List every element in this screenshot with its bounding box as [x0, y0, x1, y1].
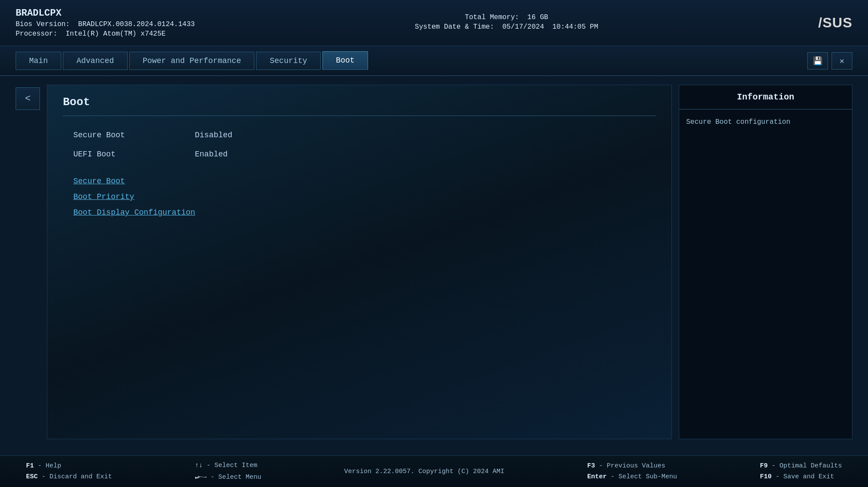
tab-security[interactable]: Security [256, 52, 320, 70]
tab-power-and-performance[interactable]: Power and Performance [129, 52, 255, 70]
footer-col-3: Version 2.22.0057. Copyright (C) 2024 AM… [344, 468, 504, 475]
back-button[interactable]: < [16, 87, 40, 110]
version-text: Version 2.22.0057. Copyright (C) 2024 AM… [344, 468, 504, 475]
boot-title: Boot [63, 96, 656, 109]
header-right: /SUS [818, 15, 852, 31]
footer-f1: F1 - Help [26, 462, 112, 470]
secure-boot-row: Secure Boot Disabled [63, 126, 656, 144]
footer-col-1: F1 - Help ESC - Discard and Exit [26, 462, 112, 480]
close-button[interactable]: ✕ [832, 52, 852, 70]
footer-f3: F3 - Previous Values [587, 462, 677, 470]
boot-panel: Boot Secure Boot Disabled UEFI Boot Enab… [47, 85, 672, 439]
footer-col-2: ↑↓ - Select Item ↵←→ - Select Menu [195, 462, 261, 481]
datetime-label: System Date & Time: [415, 23, 494, 31]
bios-value: BRADLCPX.0038.2024.0124.1433 [78, 20, 195, 28]
header: BRADLCPX Bios Version: BRADLCPX.0038.202… [0, 0, 868, 46]
f10-key: F10 [760, 473, 772, 480]
tab-main[interactable]: Main [16, 52, 61, 70]
uefi-boot-label: UEFI Boot [73, 150, 195, 159]
f10-desc: - Save and Exit [776, 473, 834, 480]
close-icon: ✕ [840, 56, 845, 66]
menu-nav-key: ↵←→ [195, 474, 207, 481]
boot-divider [63, 116, 656, 116]
secure-boot-link[interactable]: Secure Boot [73, 173, 656, 189]
f9-key: F9 [760, 462, 768, 470]
enter-desc: - Select Sub-Menu [611, 473, 677, 480]
processor-info: Processor: Intel(R) Atom(TM) x7425E [16, 30, 195, 38]
f3-desc: - Previous Values [599, 462, 665, 470]
footer-col-5: F9 - Optimal Defaults F10 - Save and Exi… [760, 462, 842, 480]
memory-value: 16 GB [527, 13, 548, 21]
footer-menu-nav: ↵←→ - Select Menu [195, 473, 261, 481]
save-icon: 💾 [813, 56, 822, 66]
hostname: BRADLCPX [16, 8, 195, 19]
asus-logo: /SUS [818, 15, 852, 31]
info-content: Secure Boot configuration [679, 109, 852, 439]
content-area: < Boot Secure Boot Disabled UEFI Boot En… [0, 76, 868, 448]
esc-key: ESC [26, 473, 38, 480]
memory-info: Total Memory: 16 GB [415, 13, 598, 21]
datetime-info: System Date & Time: 05/17/2024 10:44:05 … [415, 23, 598, 31]
footer-enter: Enter - Select Sub-Menu [587, 473, 677, 480]
tab-boot[interactable]: Boot [322, 51, 368, 70]
footer-esc: ESC - Discard and Exit [26, 473, 112, 480]
f9-desc: - Optimal Defaults [772, 462, 842, 470]
bios-info: Bios Version: BRADLCPX.0038.2024.0124.14… [16, 20, 195, 28]
arrows-desc: - Select Item [207, 462, 257, 469]
secure-boot-label: Secure Boot [73, 131, 195, 139]
header-left: BRADLCPX Bios Version: BRADLCPX.0038.202… [16, 8, 195, 38]
esc-desc: - Discard and Exit [42, 473, 112, 480]
submenu-links: Secure Boot Boot Priority Boot Display C… [63, 173, 656, 220]
boot-priority-link[interactable]: Boot Priority [73, 189, 656, 205]
processor-value: Intel(R) Atom(TM) x7425E [66, 30, 165, 38]
footer-f9: F9 - Optimal Defaults [760, 462, 842, 470]
navigation-bar: Main Advanced Power and Performance Secu… [0, 46, 868, 76]
uefi-boot-row: UEFI Boot Enabled [63, 146, 656, 163]
boot-display-config-link[interactable]: Boot Display Configuration [73, 205, 656, 220]
datetime-date: 05/17/2024 [502, 23, 544, 31]
save-button[interactable]: 💾 [807, 52, 828, 70]
bios-label: Bios Version: [16, 20, 70, 28]
footer-col-4: F3 - Previous Values Enter - Select Sub-… [587, 462, 677, 480]
f1-desc: - Help [38, 462, 61, 470]
info-title: Information [679, 85, 852, 109]
header-center: Total Memory: 16 GB System Date & Time: … [415, 13, 598, 33]
arrows-key: ↑↓ [195, 462, 203, 469]
tab-advanced[interactable]: Advanced [63, 52, 127, 70]
info-panel: Information Secure Boot configuration [679, 85, 852, 439]
f1-key: F1 [26, 462, 34, 470]
footer-arrows: ↑↓ - Select Item [195, 462, 261, 469]
processor-label: Processor: [16, 30, 57, 38]
uefi-boot-value: Enabled [195, 150, 228, 159]
footer-f10: F10 - Save and Exit [760, 473, 842, 480]
footer: F1 - Help ESC - Discard and Exit ↑↓ - Se… [0, 455, 868, 487]
secure-boot-value: Disabled [195, 131, 232, 139]
f3-key: F3 [587, 462, 595, 470]
back-icon: < [25, 93, 30, 104]
memory-label: Total Memory: [465, 13, 519, 21]
enter-key: Enter [587, 473, 607, 480]
menu-nav-desc: - Select Menu [210, 474, 261, 481]
datetime-time: 10:44:05 PM [552, 23, 598, 31]
